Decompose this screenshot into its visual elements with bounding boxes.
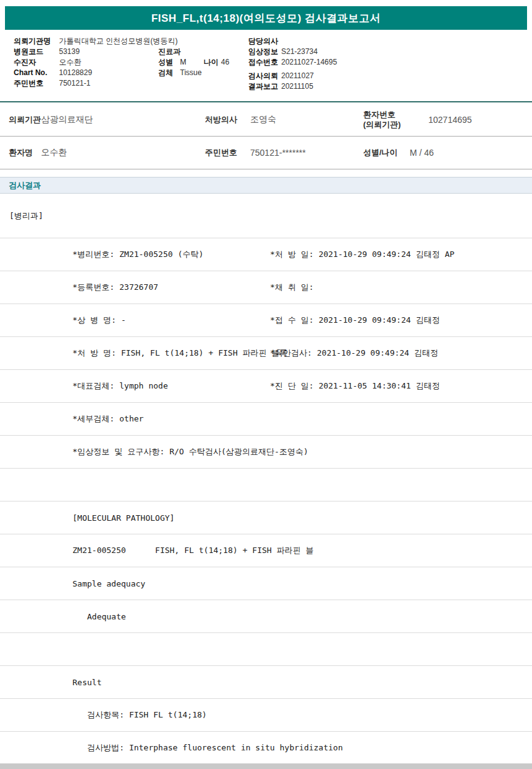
header-info-block: 의뢰기관명가톨릭대학교 인천성모병원(병동킥) 병원코드53139 수진자오수환… bbox=[0, 31, 532, 102]
result-row-right-text: *처 방 일: 2021-10-29 09:49:24 김태정 AP bbox=[270, 249, 454, 260]
referring-org-value: 삼광의료재단 bbox=[41, 114, 93, 125]
chart-no-value: 10128829 bbox=[59, 68, 92, 77]
result-row-right-text: *채 취 일: bbox=[270, 282, 313, 293]
result-row-right-text: *접 수 일: 2021-10-29 09:49:24 김태정 bbox=[270, 315, 440, 326]
result-row-left-text: Result bbox=[9, 678, 102, 687]
age-label: 나이 bbox=[204, 57, 221, 68]
result-row: *등록번호: 23726707*채 취 일: bbox=[0, 271, 532, 304]
receipt-no-value: 20211027-14695 bbox=[281, 58, 337, 66]
info-row-resident-no: 주민번호750121-1 bbox=[14, 78, 178, 89]
test-request-date-value: 20211027 bbox=[281, 71, 314, 80]
sex-value: M bbox=[180, 57, 204, 68]
specimen-label: 검체 bbox=[158, 68, 180, 78]
patient-row-institution: 의뢰기관 삼광의료재단 처방의사 조영숙 환자번호 (의뢰기관) 1027146… bbox=[0, 104, 532, 137]
clinical-info-value: S21-23734 bbox=[281, 47, 318, 56]
prescribing-doctor-label: 처방의사 bbox=[205, 114, 237, 125]
resident-no-masked-value: 750121-******* bbox=[250, 148, 306, 158]
sex-age-label: 성별/나이 bbox=[363, 148, 398, 158]
result-row: *세부검체: other bbox=[0, 403, 532, 436]
patient-number-label: 환자번호 (의뢰기관) bbox=[363, 110, 401, 130]
patient-name-value: 오수환 bbox=[41, 147, 67, 158]
result-row: *병리번호: ZM21-005250 (수탁)*처 방 일: 2021-10-2… bbox=[0, 238, 532, 271]
result-row: 검사항목: FISH FL t(14;18) bbox=[0, 699, 532, 732]
examinee-value: 오수환 bbox=[59, 58, 81, 66]
result-row: *대표검체: lymph node*진 단 일: 2021-11-05 14:3… bbox=[0, 370, 532, 403]
result-row: Adequate bbox=[0, 600, 532, 633]
report-title: FISH_FL,t(14;18)(여의도성모) 검사결과보고서 bbox=[151, 11, 381, 25]
patient-number-label-line1: 환자번호 bbox=[363, 110, 401, 120]
resident-no-masked-label: 주민번호 bbox=[205, 147, 237, 158]
result-row-left-text: Adequate bbox=[9, 612, 126, 621]
result-row-left-text: 검사방법: Interphase fluorescent in situ hyb… bbox=[9, 742, 343, 753]
info-row-specimen: 검체Tissue bbox=[158, 68, 229, 78]
result-row-left-text: *등록번호: 23726707 bbox=[9, 282, 158, 293]
referring-org-name-label: 의뢰기관명 bbox=[14, 36, 59, 47]
sex-label: 성별 bbox=[158, 57, 180, 68]
info-row-hospital-code: 병원코드53139 bbox=[14, 47, 178, 57]
report-title-bar: FISH_FL,t(14;18)(여의도성모) 검사결과보고서 bbox=[5, 6, 527, 30]
result-row-left-text: *상 병 명: - bbox=[9, 315, 126, 326]
referring-org-label: 의뢰기관 bbox=[9, 114, 41, 125]
result-row: 검사방법: Interphase fluorescent in situ hyb… bbox=[0, 732, 532, 765]
result-row-left-text: *처 방 명: FISH, FL t(14;18) + FISH 파라핀 블록 bbox=[9, 348, 287, 359]
attending-doctor-label: 담당의사 bbox=[248, 36, 281, 47]
results-rows: [병리과] *병리번호: ZM21-005250 (수탁)*처 방 일: 202… bbox=[0, 194, 532, 765]
result-row: ZM21-005250 FISH, FL t(14;18) + FISH 파라핀… bbox=[0, 534, 532, 567]
patient-number-value: 102714695 bbox=[428, 115, 472, 125]
sex-age-value: M / 46 bbox=[410, 148, 434, 158]
sex-age-label-line1: 성별/나이 bbox=[363, 148, 398, 158]
result-row-right-text: *육안검사: 2021-10-29 09:49:24 김태정 bbox=[270, 348, 438, 359]
prescribing-doctor-value: 조영숙 bbox=[250, 114, 276, 125]
age-value: 46 bbox=[221, 58, 229, 66]
result-row-left-text: [병리과] bbox=[9, 210, 43, 222]
result-row: [병리과] bbox=[0, 194, 532, 238]
info-row-examinee: 수진자오수환 bbox=[14, 57, 178, 68]
result-row-right-text: *진 단 일: 2021-11-05 14:30:41 김태정 bbox=[270, 380, 440, 392]
result-row: Sample adequacy bbox=[0, 567, 532, 600]
result-row bbox=[0, 469, 532, 501]
info-row-sex-age: 성별M나이46 bbox=[158, 57, 229, 68]
info-row-receipt-no: 접수번호20211027-14695 bbox=[248, 57, 337, 68]
specimen-value: Tissue bbox=[180, 68, 202, 77]
info-row-clinical-info: 임상정보S21-23734 bbox=[248, 47, 337, 57]
hospital-code-label: 병원코드 bbox=[14, 47, 59, 57]
results-section-header: 검사결과 bbox=[0, 177, 532, 194]
info-row-attending-doctor: 담당의사 bbox=[248, 36, 337, 47]
result-report-date-value: 20211105 bbox=[281, 82, 313, 91]
result-row: *처 방 명: FISH, FL t(14;18) + FISH 파라핀 블록*… bbox=[0, 337, 532, 370]
hospital-code-value: 53139 bbox=[59, 47, 79, 56]
result-row-left-text: [MOLECULAR PATHOLOGY] bbox=[9, 513, 174, 523]
result-report-date-label: 결과보고 bbox=[248, 81, 281, 92]
patient-summary-block: 의뢰기관 삼광의료재단 처방의사 조영숙 환자번호 (의뢰기관) 1027146… bbox=[0, 104, 532, 169]
result-row-left-text: *세부검체: other bbox=[9, 413, 143, 425]
result-row-left-text: *대표검체: lymph node bbox=[9, 380, 168, 392]
receipt-no-label: 접수번호 bbox=[248, 57, 281, 68]
result-row: *임상정보 및 요구사항: R/O 수탁검사(삼광의료재단-조영숙) bbox=[0, 436, 532, 469]
result-row: Result bbox=[0, 666, 532, 699]
info-row-result-report-date: 결과보고20211105 bbox=[248, 81, 337, 92]
resident-no-label: 주민번호 bbox=[14, 78, 59, 89]
clinical-info-label: 임상정보 bbox=[248, 47, 281, 57]
referring-org-name-value: 가톨릭대학교 인천성모병원(병동킥) bbox=[59, 37, 178, 45]
patient-number-label-line2: (의뢰기관) bbox=[363, 120, 401, 130]
resident-no-value: 750121-1 bbox=[59, 79, 91, 88]
header-info-left-column: 의뢰기관명가톨릭대학교 인천성모병원(병동킥) 병원코드53139 수진자오수환… bbox=[14, 36, 178, 89]
info-row-test-request-date: 검사의뢰20211027 bbox=[248, 71, 337, 81]
result-row: [MOLECULAR PATHOLOGY] bbox=[0, 501, 532, 534]
test-request-date-label: 검사의뢰 bbox=[248, 71, 281, 81]
chart-no-label: Chart No. bbox=[14, 68, 59, 78]
horizontal-scrollbar[interactable] bbox=[0, 763, 532, 769]
result-row: *상 병 명: -*접 수 일: 2021-10-29 09:49:24 김태정 bbox=[0, 304, 532, 337]
header-info-right-column: 담당의사 임상정보S21-23734 접수번호20211027-14695 검사… bbox=[248, 36, 337, 92]
header-info-middle-column: 진료과 성별M나이46 검체Tissue bbox=[158, 47, 229, 78]
patient-row-identity: 환자명 오수환 주민번호 750121-******* 성별/나이 M / 46 bbox=[0, 137, 532, 169]
result-row-left-text: *병리번호: ZM21-005250 (수탁) bbox=[9, 249, 204, 260]
info-row-department: 진료과 bbox=[158, 47, 229, 57]
patient-name-label: 환자명 bbox=[9, 147, 33, 158]
info-row-chart-no: Chart No.10128829 bbox=[14, 68, 178, 78]
results-section-title: 검사결과 bbox=[9, 181, 41, 190]
info-row-referring-org-name: 의뢰기관명가톨릭대학교 인천성모병원(병동킥) bbox=[14, 36, 178, 47]
result-row-left-text: Sample adequacy bbox=[9, 579, 145, 588]
examinee-label: 수진자 bbox=[14, 57, 59, 68]
result-row-left-text: ZM21-005250 FISH, FL t(14;18) + FISH 파라핀… bbox=[9, 545, 313, 556]
